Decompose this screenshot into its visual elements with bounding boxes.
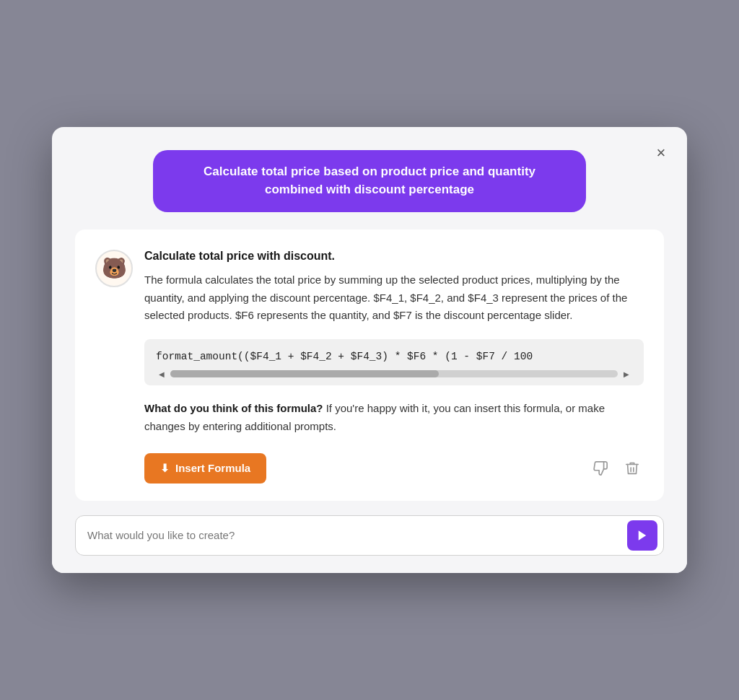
- question-bold: What do you think of this formula?: [144, 402, 323, 414]
- response-content: Calculate total price with discount. The…: [144, 250, 644, 484]
- formula-scrollbar[interactable]: ◀ ▶: [156, 368, 632, 380]
- chat-input[interactable]: [87, 529, 621, 541]
- chat-input-row: [75, 515, 664, 556]
- modal-header: × Calculate total price based on product…: [52, 127, 687, 229]
- modal-footer: [52, 501, 687, 573]
- avatar: 🐻: [95, 250, 133, 287]
- send-icon: [636, 529, 649, 542]
- insert-formula-button[interactable]: ⬇ Insert Formula: [144, 453, 266, 484]
- question-text: What do you think of this formula? If yo…: [144, 400, 644, 436]
- close-button[interactable]: ×: [650, 141, 673, 165]
- prompt-bubble: Calculate total price based on product p…: [153, 150, 586, 211]
- card-actions: ⬇ Insert Formula: [144, 453, 644, 484]
- formula-box: format_amount(($F4_1 + $F4_2 + $F4_3) * …: [144, 339, 644, 385]
- thumbsdown-icon: [592, 460, 608, 476]
- delete-button[interactable]: [621, 457, 644, 480]
- dialog-modal: × Calculate total price based on product…: [52, 127, 687, 572]
- modal-body: 🐻 Calculate total price with discount. T…: [52, 229, 687, 501]
- send-button[interactable]: [627, 520, 657, 551]
- scrollbar-thumb: [170, 370, 439, 377]
- insert-icon: ⬇: [160, 462, 170, 475]
- formula-code: format_amount(($F4_1 + $F4_2 + $F4_3) * …: [156, 351, 632, 362]
- response-card: 🐻 Calculate total price with discount. T…: [75, 229, 664, 501]
- thumbsdown-button[interactable]: [589, 457, 612, 480]
- scrollbar-track[interactable]: [170, 370, 618, 377]
- insert-label: Insert Formula: [175, 462, 250, 474]
- trash-icon: [624, 460, 640, 476]
- scroll-left-arrow[interactable]: ◀: [156, 368, 167, 380]
- action-icons-group: [589, 457, 644, 480]
- response-title: Calculate total price with discount.: [144, 250, 644, 263]
- svg-marker-0: [639, 530, 647, 541]
- response-body-text: The formula calculates the total price b…: [144, 271, 644, 325]
- scroll-right-arrow[interactable]: ▶: [621, 368, 632, 380]
